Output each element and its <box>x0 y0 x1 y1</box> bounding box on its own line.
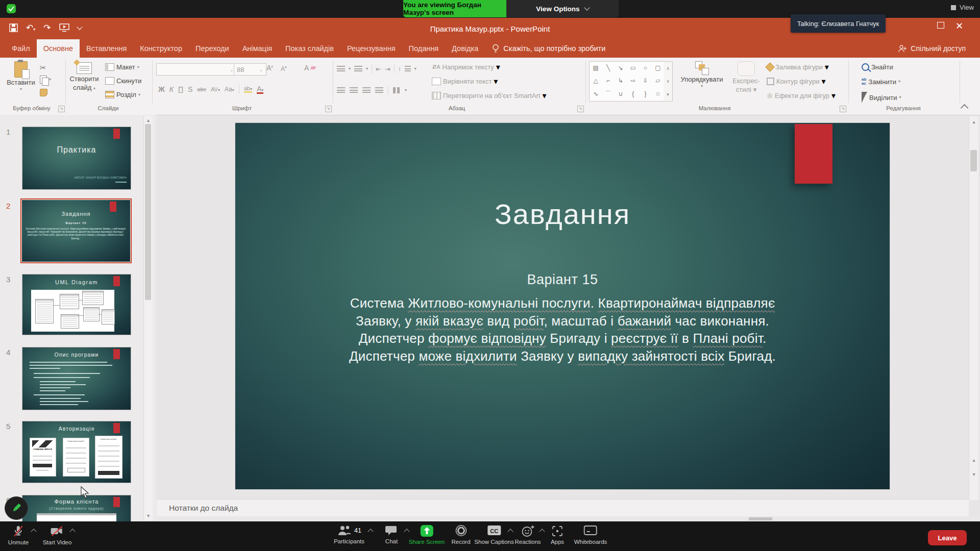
tell-me-box[interactable]: Скажіть, що потрібно зробити <box>492 39 605 58</box>
clear-formatting-button[interactable]: А <box>304 64 315 71</box>
apps-button[interactable]: Apps <box>551 524 564 545</box>
h-scrollbar-thumb[interactable] <box>749 517 772 520</box>
share-screen-button[interactable]: Share Screen <box>409 524 445 545</box>
shape-rectangle-icon[interactable]: ▭ <box>630 64 635 71</box>
shape-star-icon[interactable]: ☆ <box>655 90 660 97</box>
redo-icon[interactable]: ↷ <box>43 22 51 33</box>
shape-arc-icon[interactable]: ⌒ <box>605 90 611 98</box>
share-button[interactable]: Спільний доступ <box>898 39 966 58</box>
bullets-icon[interactable] <box>337 66 345 72</box>
slide-thumbnail-5[interactable]: Авторизація COMMUNAL SERVICE Create new … <box>22 421 131 483</box>
whiteboards-button[interactable]: Whiteboards <box>574 524 607 545</box>
shape-effects-button[interactable]: Ефекти для фігур▾ <box>767 91 836 101</box>
participants-button[interactable]: 41 Participants <box>334 524 364 544</box>
slide-canvas[interactable]: Завдання Варіант 15 Система Житлово-кому… <box>235 122 890 490</box>
convert-smartart-button[interactable]: Перетворити на об'єкт SmartArt▾ <box>432 91 546 101</box>
paste-button[interactable]: Вставити▾ <box>8 61 34 91</box>
quick-styles-button[interactable]: Експрес- стилі ▾ <box>728 61 765 93</box>
tab-transitions[interactable]: Переходи <box>189 39 236 58</box>
restore-window-button[interactable] <box>937 22 944 29</box>
chat-button[interactable]: Chat <box>385 524 398 544</box>
align-text-button[interactable]: Вирівняти текст▾ <box>432 77 498 86</box>
tab-home[interactable]: Основне <box>37 39 80 58</box>
find-button[interactable]: Знайти <box>862 63 893 71</box>
shape-textbox-icon[interactable]: ▤ <box>593 64 598 71</box>
shape-right-brace-icon[interactable]: } <box>644 90 646 97</box>
start-video-button[interactable]: Start Video <box>43 524 72 545</box>
view-mode-button[interactable]: View <box>950 4 974 11</box>
font-color-button[interactable]: А▾ <box>257 85 263 94</box>
tab-design[interactable]: Конструктор <box>133 39 189 58</box>
highlight-button[interactable]: ab▾ <box>244 86 252 93</box>
shape-line-icon[interactable]: ╲ <box>606 64 610 71</box>
shape-elbow-icon[interactable]: ⌐ <box>606 77 610 84</box>
slide-thumbnail-6[interactable]: Форма клієнта (Створення нового ордера) <box>22 495 131 521</box>
main-scrollbar[interactable]: ▴ ▴ ▾ <box>969 116 978 500</box>
align-center-icon[interactable] <box>350 87 358 93</box>
shape-triangle-icon[interactable]: △ <box>594 77 598 84</box>
character-spacing-button[interactable]: AV▾ <box>211 87 220 92</box>
bold-button[interactable]: Ж <box>158 86 165 93</box>
slide-body-text[interactable]: Система Житлово-комунальні послуги. Квар… <box>291 294 834 365</box>
clipboard-dialog-launcher[interactable]: ⇘ <box>58 106 65 112</box>
record-button[interactable]: Record <box>451 524 470 545</box>
customize-qat-icon[interactable] <box>77 24 82 30</box>
section-button[interactable]: Розділ▾ <box>105 91 140 98</box>
drawing-dialog-launcher[interactable]: ⇘ <box>840 106 846 112</box>
tab-slideshow[interactable]: Показ слайдів <box>279 39 340 58</box>
decrease-indent-icon[interactable]: ⇤ <box>376 66 381 72</box>
align-left-icon[interactable] <box>337 87 345 93</box>
increase-font-button[interactable]: А▴ <box>266 64 273 71</box>
align-right-icon[interactable] <box>362 87 371 93</box>
line-spacing-icon[interactable]: ↕ <box>398 66 401 72</box>
shape-parallelogram-icon[interactable]: ▱ <box>655 77 660 84</box>
close-window-button[interactable]: ✕ <box>955 20 963 32</box>
shape-oval-icon[interactable]: ○ <box>644 64 647 71</box>
tab-help[interactable]: Довідка <box>445 39 485 58</box>
slide-title[interactable]: Завдання <box>235 197 890 231</box>
notes-pane[interactable]: Нотатки до слайда <box>157 499 969 517</box>
replace-button[interactable]: abacЗамінити▾ <box>862 78 900 86</box>
shapes-gallery[interactable]: ▤╲↘▭○▢ △⌐↳⇨⇩▱ ∿⌒∪{}☆ <box>589 61 665 102</box>
strikethrough-button[interactable]: abc <box>197 87 206 92</box>
previous-slide-button[interactable]: ▴ <box>969 457 978 463</box>
shape-freeform-icon[interactable]: ∿ <box>593 90 598 97</box>
shape-down-arrow-icon[interactable]: ⇩ <box>643 77 648 84</box>
paragraph-dialog-launcher[interactable]: ⇘ <box>577 106 584 112</box>
shapes-gallery-scrollbar[interactable]: ∧∨▾ <box>664 61 673 102</box>
next-slide-button[interactable]: ▾ <box>969 471 978 477</box>
italic-button[interactable]: К <box>169 86 174 93</box>
decrease-font-button[interactable]: А▾ <box>281 65 287 72</box>
reset-button[interactable]: Скинути <box>105 77 141 85</box>
cut-button[interactable]: ✂ <box>40 63 46 72</box>
font-dialog-launcher[interactable]: ⇘ <box>325 106 332 112</box>
font-name-combobox[interactable]: ⌄ <box>156 63 237 76</box>
start-from-beginning-icon[interactable] <box>59 23 69 32</box>
shape-fill-button[interactable]: Заливка фігури▾ <box>767 62 829 72</box>
tab-file[interactable]: Файл <box>5 39 37 58</box>
unmute-button[interactable]: Unmute <box>8 524 29 545</box>
show-captions-button[interactable]: CC Show Captions <box>474 524 513 545</box>
layout-button[interactable]: Макет▾ <box>105 63 139 71</box>
panel-scrollbar-thumb[interactable] <box>145 124 151 300</box>
shape-left-brace-icon[interactable]: { <box>632 90 634 97</box>
reactions-button[interactable]: Reactions <box>514 524 541 545</box>
slide-thumbnail-4[interactable]: Опис програми <box>22 347 131 410</box>
tab-view[interactable]: Подання <box>402 39 446 58</box>
slide-subtitle[interactable]: Варіант 15 <box>235 272 890 288</box>
leave-button[interactable]: Leave <box>928 530 967 545</box>
format-painter-button[interactable] <box>40 89 47 96</box>
save-icon[interactable] <box>9 23 18 32</box>
numbering-icon[interactable] <box>354 66 362 72</box>
horizontal-scrollbar[interactable] <box>157 516 980 521</box>
copy-button[interactable]: ▾ <box>40 76 51 84</box>
select-button[interactable]: Виділити▾ <box>862 92 901 103</box>
slide-thumbnail-3[interactable]: UML Diagram <box>22 274 131 335</box>
change-case-button[interactable]: Aa▾ <box>225 86 234 92</box>
underline-button[interactable]: П <box>178 86 183 93</box>
tab-insert[interactable]: Вставлення <box>80 39 133 58</box>
shape-right-arrow-icon[interactable]: ⇨ <box>630 77 635 84</box>
slide-thumbnail-2-selected[interactable]: Завдання Варіант 15 Система Житлово-кому… <box>20 198 132 263</box>
undo-icon[interactable]: ↶▾ <box>26 22 35 33</box>
slide-thumbnail-1[interactable]: Практика АВТОР: МАЗУР БОГДАН ОЛЕГОВИЧ <box>22 127 131 190</box>
